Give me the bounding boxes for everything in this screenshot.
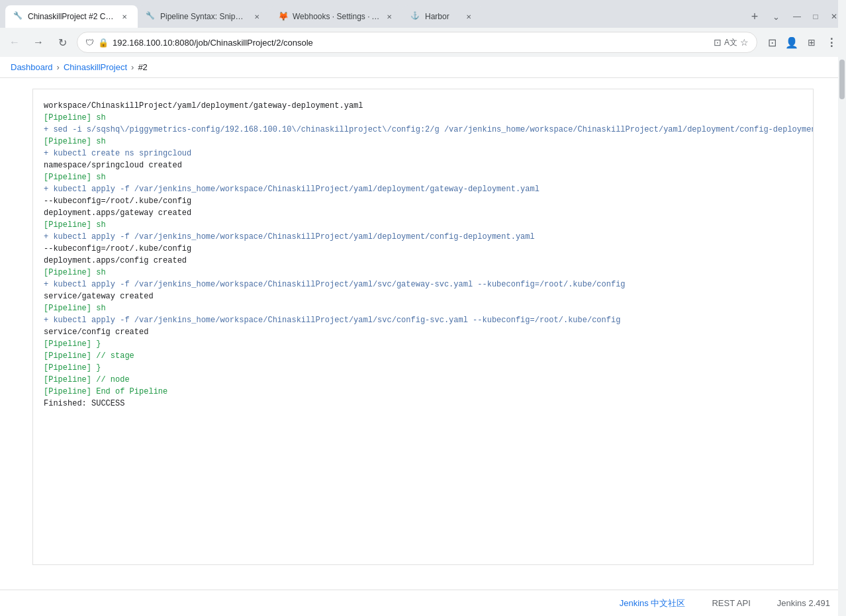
tab-controls: + ⌄: [745, 7, 785, 26]
restore-button[interactable]: □: [809, 10, 822, 23]
tab-webhooks[interactable]: 🦊 Webhooks · Settings · Admin... ✕: [270, 5, 402, 28]
harbor-favicon: ⚓: [410, 11, 421, 22]
jenkins-community-link[interactable]: Jenkins 中文社区: [620, 597, 686, 609]
toolbar-right: ⊡ 👤 ⊞ ⋮: [763, 33, 841, 52]
tab1-label: ChinaskillProject #2 Console: [28, 12, 115, 21]
console-line: deployment.apps/config created: [44, 255, 802, 267]
bookmark-icon[interactable]: ⊡: [714, 37, 722, 48]
browser-window: 🔧 ChinaskillProject #2 Console ✕ 🔧 Pipel…: [0, 0, 846, 57]
console-output[interactable]: workspace/ChinaskillProject/yaml/deploym…: [32, 89, 814, 565]
gitlab-favicon: 🦊: [278, 11, 289, 22]
star-icon[interactable]: ☆: [740, 37, 749, 48]
console-line: + kubectl apply -f /var/jenkins_home/wor…: [44, 279, 802, 290]
tab2-close-icon[interactable]: ✕: [252, 11, 262, 22]
footer: Jenkins 中文社区 REST API Jenkins 2.491: [0, 590, 846, 616]
console-line: + kubectl create ns springcloud: [44, 148, 802, 159]
minimize-button[interactable]: —: [790, 10, 804, 23]
rest-api-link[interactable]: REST API: [712, 598, 750, 608]
console-line: [Pipeline] sh: [44, 136, 802, 148]
breadcrumb: Dashboard › ChinaskillProject › #2: [0, 57, 846, 78]
url-display: 192.168.100.10:8080/job/ChinaskillProjec…: [113, 38, 710, 48]
translate-icon[interactable]: A文: [724, 37, 737, 48]
tab-group: 🔧 ChinaskillProject #2 Console ✕ 🔧 Pipel…: [5, 5, 743, 28]
console-line: [Pipeline] sh: [44, 112, 802, 124]
breadcrumb-sep1: ›: [57, 62, 60, 72]
console-line: deployment.apps/gateway created: [44, 207, 802, 219]
tab4-close-icon[interactable]: ✕: [463, 11, 474, 22]
console-line: service/gateway created: [44, 290, 802, 302]
tab-dropdown-button[interactable]: ⌄: [767, 7, 785, 26]
console-line: [Pipeline] sh: [44, 171, 802, 183]
breadcrumb-sep2: ›: [131, 62, 134, 72]
scrollbar-thumb[interactable]: [839, 60, 845, 99]
tab1-close-icon[interactable]: ✕: [119, 11, 130, 22]
extensions-icon[interactable]: ⊞: [802, 33, 821, 52]
breadcrumb-dashboard[interactable]: Dashboard: [11, 62, 53, 72]
bookmark-manager-icon[interactable]: ⊡: [763, 33, 781, 52]
new-tab-button[interactable]: +: [745, 7, 764, 26]
tab-bar: 🔧 ChinaskillProject #2 Console ✕ 🔧 Pipel…: [0, 0, 846, 28]
jenkins-version: Jenkins 2.491: [777, 598, 830, 608]
console-line: + sed -i s/sqshq\/piggymetrics-config/19…: [44, 124, 802, 136]
address-bar-actions: ⊡ A文 ☆: [714, 37, 749, 48]
console-line: [Pipeline] sh: [44, 302, 802, 314]
breadcrumb-project[interactable]: ChinaskillProject: [64, 62, 127, 72]
back-button[interactable]: ←: [5, 33, 24, 52]
address-bar[interactable]: 🛡 🔒 192.168.100.10:8080/job/ChinaskillPr…: [77, 32, 757, 53]
breadcrumb-build: #2: [138, 62, 147, 72]
console-line: + kubectl apply -f /var/jenkins_home/wor…: [44, 231, 802, 243]
console-line: --kubeconfig=/root/.kube/config: [44, 243, 802, 255]
window-controls: — □ ✕: [790, 10, 841, 23]
console-line: namespace/springcloud created: [44, 159, 802, 171]
tab2-label: Pipeline Syntax: Snippet Gen...: [160, 12, 248, 21]
profile-icon[interactable]: 👤: [782, 33, 801, 52]
console-line: [Pipeline] sh: [44, 219, 802, 231]
tab-chinaskill-console[interactable]: 🔧 ChinaskillProject #2 Console ✕: [5, 5, 138, 28]
jenkins-favicon2: 🔧: [146, 11, 156, 22]
refresh-button[interactable]: ↻: [53, 33, 71, 52]
tab3-close-icon[interactable]: ✕: [384, 11, 395, 22]
scrollbar-track: [838, 0, 846, 616]
console-line: [Pipeline] // stage: [44, 350, 802, 362]
console-line: [Pipeline] }: [44, 362, 802, 374]
main-content: workspace/ChinaskillProject/yaml/deploym…: [0, 89, 846, 565]
console-line: [Pipeline] }: [44, 338, 802, 350]
tab4-label: Harbor: [425, 12, 459, 21]
browser-controls: ← → ↻ 🛡 🔒 192.168.100.10:8080/job/Chinas…: [0, 28, 846, 57]
tab-pipeline-syntax[interactable]: 🔧 Pipeline Syntax: Snippet Gen... ✕: [138, 5, 270, 28]
tab3-label: Webhooks · Settings · Admin...: [293, 12, 380, 21]
forward-button[interactable]: →: [29, 33, 48, 52]
console-line: Finished: SUCCESS: [44, 398, 802, 410]
console-line: + kubectl apply -f /var/jenkins_home/wor…: [44, 183, 802, 195]
lock-icon: 🔒: [98, 38, 109, 48]
security-icon: 🛡: [85, 38, 94, 48]
console-line: workspace/ChinaskillProject/yaml/deploym…: [44, 100, 802, 112]
console-line: + kubectl apply -f /var/jenkins_home/wor…: [44, 314, 802, 326]
console-line: [Pipeline] // node: [44, 374, 802, 386]
jenkins-favicon: 🔧: [13, 11, 24, 22]
console-line: service/config created: [44, 326, 802, 338]
console-line: [Pipeline] End of Pipeline: [44, 386, 802, 398]
console-line: [Pipeline] sh: [44, 267, 802, 279]
tab-harbor[interactable]: ⚓ Harbor ✕: [402, 5, 482, 28]
console-line: --kubeconfig=/root/.kube/config: [44, 195, 802, 207]
